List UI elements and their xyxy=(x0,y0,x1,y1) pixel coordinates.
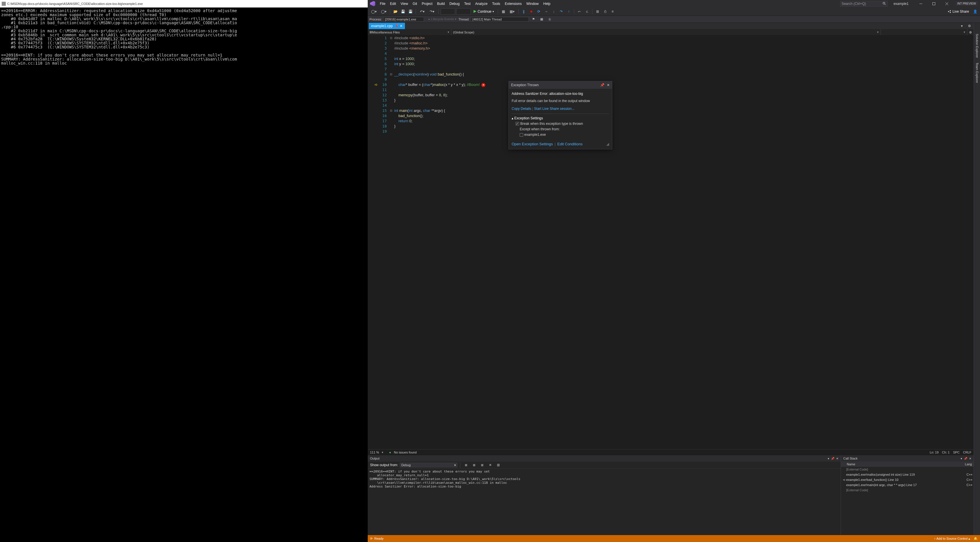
pin-icon[interactable]: 📌 xyxy=(395,24,398,28)
callstack-row[interactable]: example1.exe!main(int argc, char * * arg… xyxy=(841,482,974,488)
line-pos[interactable]: Ln: 19 xyxy=(930,451,939,454)
nav-scope-dropdown[interactable]: (Global Scope) xyxy=(451,29,881,35)
no-issues-label[interactable]: No issues found xyxy=(394,451,417,454)
process-combo[interactable]: [20916] example1.exe xyxy=(383,17,424,22)
console-output[interactable]: ==20916==ERROR: AddressSanitizer: reques… xyxy=(0,8,368,542)
menu-test[interactable]: Test xyxy=(462,0,473,7)
menu-file[interactable]: File xyxy=(377,0,388,7)
menu-tools[interactable]: Tools xyxy=(490,0,503,7)
menu-window[interactable]: Window xyxy=(524,0,541,7)
tb-ic-a[interactable]: ⤺ xyxy=(576,8,582,15)
dropdown-icon[interactable]: ▾ xyxy=(828,457,829,460)
close-button[interactable] xyxy=(940,0,953,7)
pin-icon[interactable]: 📌 xyxy=(831,457,834,460)
menu-project[interactable]: Project xyxy=(419,0,434,7)
save-button[interactable]: 💾 xyxy=(400,8,406,15)
search-input[interactable]: Search (Ctrl+Q) xyxy=(840,1,888,6)
exe-checkbox[interactable] xyxy=(520,133,523,137)
continue-button[interactable]: Continue ▾ xyxy=(472,8,496,15)
show-next-button[interactable]: → xyxy=(543,8,549,15)
tab-overflow-button[interactable]: ▾ xyxy=(959,23,965,29)
callstack-row[interactable]: [External Code] xyxy=(841,488,974,493)
live-share-button[interactable]: Live Share xyxy=(946,10,971,14)
out-btn4[interactable]: ✕ xyxy=(487,462,493,468)
callstack-row[interactable]: [External Code] xyxy=(841,467,974,472)
tb-ic-c[interactable]: ⊞ xyxy=(594,8,601,15)
menu-help[interactable]: Help xyxy=(541,0,553,7)
tab-settings-button[interactable]: ⚙ xyxy=(966,23,972,29)
break-checkbox[interactable] xyxy=(515,122,519,126)
open-exception-settings-link[interactable]: Open Exception Settings xyxy=(512,141,553,147)
close-icon[interactable]: ✕ xyxy=(969,457,971,460)
tb-ic-b[interactable]: ⎌ xyxy=(584,8,590,15)
pin-icon[interactable]: 📌 xyxy=(600,83,605,87)
close-icon[interactable]: ✕ xyxy=(836,457,838,460)
out-btn5[interactable]: ⊞ xyxy=(495,462,501,468)
callstack-columns[interactable]: Name Lang xyxy=(841,462,974,467)
callstack-row[interactable]: ➪example1.exe!bad_function() Line 10C++ xyxy=(841,477,974,482)
menu-view[interactable]: View xyxy=(398,0,410,7)
tab-close-icon[interactable]: ✕ xyxy=(400,24,402,28)
tb-btn-2[interactable]: ▦▾ xyxy=(508,8,516,15)
flag-button[interactable]: ⚑ xyxy=(530,16,537,22)
menu-extensions[interactable]: Extensions xyxy=(503,0,524,7)
pause-button[interactable]: ‖ xyxy=(520,8,527,15)
zoom-level[interactable]: 111 % xyxy=(370,451,379,454)
stack-frame-button[interactable]: ▦ xyxy=(538,16,545,22)
team-explorer-tab[interactable]: Team Explorer xyxy=(975,60,979,85)
code-editor[interactable]: 12345678910111213141516171819 ⊟⊟⊟ #inclu… xyxy=(368,35,974,449)
console-titlebar[interactable]: C:\MSDN\cpp-docs-pr\docs\c-language\ASAN… xyxy=(0,0,368,8)
output-source-dropdown[interactable]: Debug▾ xyxy=(400,463,457,467)
edit-conditions-link[interactable]: Edit Conditions xyxy=(557,141,582,147)
resize-grip-icon[interactable]: ◢ xyxy=(606,141,609,147)
tab-example1[interactable]: example1.cpp 📌 ✕ xyxy=(369,23,405,29)
error-glyph-icon[interactable]: ✕ xyxy=(481,83,485,87)
menu-edit[interactable]: Edit xyxy=(388,0,398,7)
nav-fwd-button[interactable]: ◯▾ xyxy=(379,8,388,15)
start-live-share-link[interactable]: Start Live Share session... xyxy=(534,106,574,111)
tb-ic-d[interactable]: ⎙ xyxy=(602,8,608,15)
split-button[interactable]: ⊕ xyxy=(967,29,974,35)
callstack-body[interactable]: [External Code]example1.exe!malloc(unsig… xyxy=(841,467,974,535)
feedback-button[interactable]: 👤 xyxy=(972,8,978,15)
menu-build[interactable]: Build xyxy=(435,0,447,7)
tb-ic-e[interactable]: ≡ xyxy=(609,8,616,15)
stop-button[interactable]: ■ xyxy=(528,8,535,15)
notify-icon[interactable]: 🔔 xyxy=(974,537,978,540)
nav-back-button[interactable]: ◯▾ xyxy=(369,8,378,15)
out-btn3[interactable]: ≣ xyxy=(479,462,485,468)
line-ending[interactable]: CRLF xyxy=(963,451,971,454)
step-over-button[interactable]: ↷ xyxy=(558,8,565,15)
undo-button[interactable]: ↶▾ xyxy=(418,8,426,15)
maximize-button[interactable] xyxy=(927,0,940,7)
output-header[interactable]: Output ▾ 📌 ✕ xyxy=(368,455,841,462)
out-btn1[interactable]: ≣ xyxy=(463,462,469,468)
menu-git[interactable]: Git xyxy=(410,0,419,7)
pin-icon[interactable]: 📌 xyxy=(964,457,967,460)
exception-titlebar[interactable]: Exception Thrown 📌 ✕ xyxy=(509,81,612,89)
tb-btn-1[interactable]: ▦ xyxy=(500,8,506,15)
restart-button[interactable]: ⟳ xyxy=(536,8,542,15)
tb-ic-f[interactable]: ⎘ xyxy=(547,16,553,22)
copy-details-link[interactable]: Copy Details xyxy=(512,106,531,111)
close-icon[interactable]: ✕ xyxy=(607,83,610,87)
char-pos[interactable]: Ch: 1 xyxy=(942,451,950,454)
out-btn2[interactable]: ≣ xyxy=(471,462,477,468)
redo-button[interactable]: ↷▾ xyxy=(428,8,436,15)
save-all-button[interactable]: 💾 xyxy=(407,8,414,15)
lifecycle-button[interactable]: ▸ Lifecycle Events ▾ xyxy=(429,17,457,21)
step-into-button[interactable]: ↓ xyxy=(550,8,557,15)
output-body[interactable]: ==20916==HINT: if you don't care about t… xyxy=(368,469,841,535)
solution-explorer-tab[interactable]: Solution Explorer xyxy=(975,32,979,60)
nav-member-dropdown[interactable] xyxy=(881,29,967,35)
thread-combo[interactable]: [46012] Main Thread xyxy=(471,17,529,22)
menu-analyze[interactable]: Analyze xyxy=(473,0,490,7)
menu-debug[interactable]: Debug xyxy=(447,0,462,7)
platform-combo[interactable] xyxy=(456,8,471,15)
nav-project-dropdown[interactable]: ⊞ Miscellaneous Files xyxy=(368,29,451,35)
exception-settings-header[interactable]: ▴ Exception Settings xyxy=(512,116,609,121)
indent-mode[interactable]: SPC xyxy=(953,451,960,454)
callstack-row[interactable]: example1.exe!malloc(unsigned int size) L… xyxy=(841,472,974,477)
dropdown-icon[interactable]: ▾ xyxy=(961,457,962,460)
callstack-header[interactable]: Call Stack ▾ 📌 ✕ xyxy=(841,455,974,462)
